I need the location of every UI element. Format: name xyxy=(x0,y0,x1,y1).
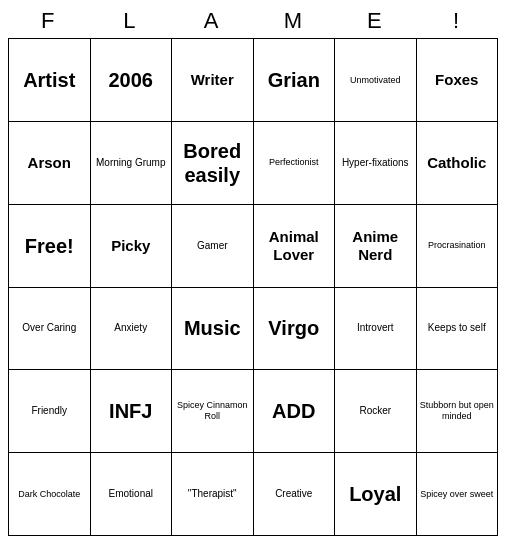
cell-text-r2-c4: Anime Nerd xyxy=(338,228,413,264)
cell-text-r5-c2: "Therapist" xyxy=(188,488,237,500)
cell-text-r0-c3: Grian xyxy=(268,68,320,92)
cell-text-r0-c1: 2006 xyxy=(109,68,154,92)
cell-text-r5-c0: Dark Chocolate xyxy=(18,489,80,500)
cell-r3-c3: Virgo xyxy=(254,288,336,371)
header-letter-!: ! xyxy=(416,8,498,34)
cell-r0-c0: Artist xyxy=(9,39,91,122)
header-letter-m: M xyxy=(253,8,335,34)
cell-r0-c4: Unmotivated xyxy=(335,39,417,122)
cell-r2-c2: Gamer xyxy=(172,205,254,288)
cell-r5-c2: "Therapist" xyxy=(172,453,254,536)
cell-r5-c5: Spicey over sweet xyxy=(417,453,499,536)
cell-r2-c4: Anime Nerd xyxy=(335,205,417,288)
cell-r0-c1: 2006 xyxy=(91,39,173,122)
cell-text-r2-c1: Picky xyxy=(111,237,150,255)
cell-text-r2-c3: Animal Lover xyxy=(257,228,332,264)
cell-r2-c5: Procrasination xyxy=(417,205,499,288)
cell-text-r3-c1: Anxiety xyxy=(114,322,147,334)
cell-r3-c2: Music xyxy=(172,288,254,371)
cell-r3-c4: Introvert xyxy=(335,288,417,371)
header-row: FLAME! xyxy=(8,8,498,34)
cell-text-r4-c1: INFJ xyxy=(109,399,152,423)
cell-text-r3-c2: Music xyxy=(184,316,241,340)
cell-r4-c3: ADD xyxy=(254,370,336,453)
cell-text-r5-c1: Emotional xyxy=(109,488,153,500)
cell-text-r1-c1: Morning Grump xyxy=(96,157,165,169)
cell-r1-c4: Hyper-fixations xyxy=(335,122,417,205)
cell-r5-c0: Dark Chocolate xyxy=(9,453,91,536)
cell-r1-c5: Catholic xyxy=(417,122,499,205)
cell-r5-c4: Loyal xyxy=(335,453,417,536)
cell-text-r4-c3: ADD xyxy=(272,399,315,423)
header-letter-l: L xyxy=(90,8,172,34)
cell-r3-c5: Keeps to self xyxy=(417,288,499,371)
cell-text-r3-c4: Introvert xyxy=(357,322,394,334)
cell-text-r4-c0: Friendly xyxy=(31,405,67,417)
cell-text-r4-c2: Spicey Cinnamon Roll xyxy=(175,400,250,422)
bingo-grid: Artist2006WriterGrianUnmotivatedFoxesArs… xyxy=(8,38,498,536)
cell-r1-c2: Bored easily xyxy=(172,122,254,205)
cell-text-r5-c5: Spicey over sweet xyxy=(420,489,493,500)
cell-r3-c1: Anxiety xyxy=(91,288,173,371)
cell-text-r3-c3: Virgo xyxy=(268,316,319,340)
cell-r2-c3: Animal Lover xyxy=(254,205,336,288)
cell-r4-c5: Stubborn but open minded xyxy=(417,370,499,453)
cell-r4-c2: Spicey Cinnamon Roll xyxy=(172,370,254,453)
cell-text-r0-c4: Unmotivated xyxy=(350,75,401,86)
cell-r2-c0: Free! xyxy=(9,205,91,288)
cell-text-r2-c2: Gamer xyxy=(197,240,228,252)
cell-r4-c4: Rocker xyxy=(335,370,417,453)
cell-r0-c3: Grian xyxy=(254,39,336,122)
cell-text-r0-c0: Artist xyxy=(23,68,75,92)
cell-r0-c5: Foxes xyxy=(417,39,499,122)
cell-r3-c0: Over Caring xyxy=(9,288,91,371)
cell-text-r3-c5: Keeps to self xyxy=(428,322,486,334)
cell-r4-c0: Friendly xyxy=(9,370,91,453)
cell-r1-c1: Morning Grump xyxy=(91,122,173,205)
cell-r1-c0: Arson xyxy=(9,122,91,205)
cell-text-r0-c2: Writer xyxy=(191,71,234,89)
cell-r2-c1: Picky xyxy=(91,205,173,288)
cell-r5-c3: Creative xyxy=(254,453,336,536)
cell-text-r2-c5: Procrasination xyxy=(428,240,486,251)
cell-text-r4-c4: Rocker xyxy=(359,405,391,417)
cell-text-r1-c5: Catholic xyxy=(427,154,486,172)
cell-r0-c2: Writer xyxy=(172,39,254,122)
cell-r5-c1: Emotional xyxy=(91,453,173,536)
header-letter-e: E xyxy=(335,8,417,34)
cell-text-r2-c0: Free! xyxy=(25,234,74,258)
cell-text-r5-c3: Creative xyxy=(275,488,312,500)
cell-text-r3-c0: Over Caring xyxy=(22,322,76,334)
cell-text-r1-c0: Arson xyxy=(28,154,71,172)
cell-r4-c1: INFJ xyxy=(91,370,173,453)
header-letter-a: A xyxy=(171,8,253,34)
cell-text-r0-c5: Foxes xyxy=(435,71,478,89)
cell-text-r1-c3: Perfectionist xyxy=(269,157,319,168)
cell-text-r4-c5: Stubborn but open minded xyxy=(420,400,495,422)
header-letter-f: F xyxy=(8,8,90,34)
cell-text-r1-c2: Bored easily xyxy=(175,139,250,187)
cell-text-r1-c4: Hyper-fixations xyxy=(342,157,409,169)
cell-text-r5-c4: Loyal xyxy=(349,482,401,506)
cell-r1-c3: Perfectionist xyxy=(254,122,336,205)
